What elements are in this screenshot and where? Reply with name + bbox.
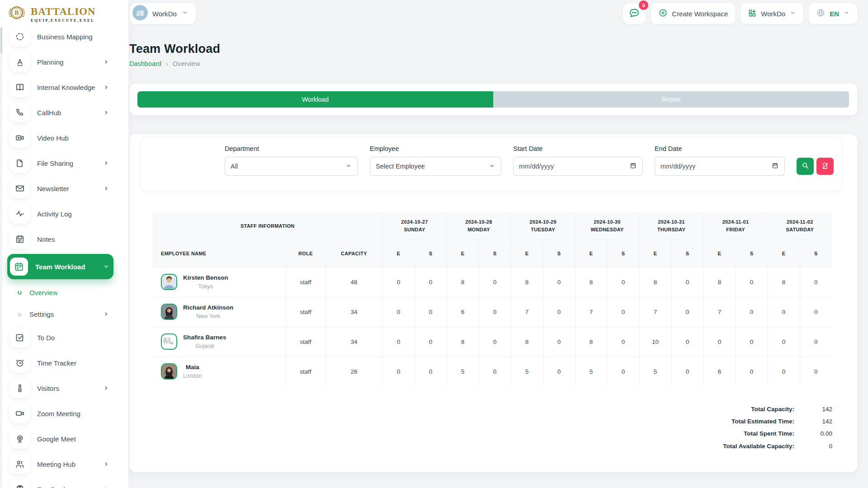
role-cell: staff	[286, 297, 326, 327]
spent-cell: 0	[736, 327, 768, 357]
breadcrumb-dashboard-link[interactable]: Dashboard	[129, 60, 161, 67]
typography-icon	[10, 52, 30, 72]
chevron-down-icon	[181, 9, 189, 18]
estimated-cell: 0	[703, 327, 736, 357]
avatar: in	[161, 333, 177, 350]
estimated-cell: 5	[639, 357, 671, 386]
spent-cell: 0	[479, 357, 511, 386]
workspace-name: WorkDo	[152, 10, 177, 18]
column-header-estimated: E	[447, 240, 479, 267]
total-value: 142	[794, 405, 832, 413]
department-select[interactable]: All	[225, 157, 358, 176]
breadcrumb: Dashboard › Overview	[129, 60, 857, 67]
employee-select[interactable]: Select Employee	[370, 157, 501, 176]
sidebar-item-overview[interactable]: Overview	[7, 282, 113, 303]
sidebar-item-notes[interactable]: Notes	[7, 226, 113, 252]
capacity-cell: 26	[326, 357, 382, 386]
total-value: 0	[794, 442, 832, 450]
brand-logo[interactable]: B BATTALION EQUIP,EXECUTE,EXEL	[0, 0, 128, 28]
total-label: Total Capacity:	[723, 405, 794, 413]
spent-cell: 0	[671, 267, 703, 297]
capacity-cell: 34	[326, 297, 382, 327]
total-label: Total Available Capacity:	[723, 442, 794, 450]
sidebar-item-activity-log[interactable]: Activity Log	[7, 201, 113, 226]
phone-icon	[10, 103, 30, 122]
sidebar-item-label: File Sharing	[37, 160, 73, 167]
create-workspace-button[interactable]: Create Workspace	[651, 3, 735, 24]
clear-filter-button[interactable]	[816, 158, 834, 175]
employee-name: Maia	[183, 364, 202, 371]
sidebar-item-settings[interactable]: Settings	[7, 303, 113, 325]
spent-cell: 0	[607, 357, 639, 386]
estimated-cell: 5	[447, 357, 479, 386]
capacity-cell: 48	[326, 267, 382, 297]
sidebar-item-time-tracker[interactable]: Time Tracker	[7, 350, 113, 375]
sidebar-item-business-mapping[interactable]: Business Mapping	[7, 25, 113, 49]
svg-text:in: in	[170, 341, 173, 345]
workspace-menu-button[interactable]: WorkDo	[741, 3, 803, 24]
spent-cell: 0	[671, 357, 703, 386]
sidebar-item-internal-knowledge[interactable]: Internal Knowledge	[7, 75, 113, 100]
total-label: Total Spent Time:	[723, 430, 794, 438]
sidebar-item-planning[interactable]: Planning	[7, 49, 113, 75]
estimated-cell: 10	[639, 327, 671, 357]
language-selector[interactable]: EN	[809, 3, 857, 24]
estimated-cell: 8	[511, 267, 543, 297]
clear-filter-icon	[821, 162, 829, 171]
employee-cell: MaiaLondon	[153, 357, 286, 386]
sidebar-item-newsletter[interactable]: Newsletter	[7, 176, 113, 201]
workload-table: STAFF INFORMATION2024-10-27SUNDAY2024-10…	[153, 212, 832, 386]
brand-emblem-icon: B	[6, 3, 27, 26]
sidebar-item-label: Newsletter	[37, 185, 69, 192]
chevron-right-icon	[103, 58, 110, 66]
sidebar-item-visitors[interactable]: Visitors	[7, 375, 113, 401]
estimated-cell: 8	[511, 327, 543, 357]
estimated-cell: 7	[639, 297, 671, 327]
sidebar-item-meeting-hub[interactable]: Meeting Hub	[7, 451, 113, 477]
search-button[interactable]	[797, 158, 814, 175]
spent-cell: 0	[800, 327, 832, 357]
staff-information-header: STAFF INFORMATION	[153, 212, 382, 240]
sidebar-item-label: Overview	[29, 289, 58, 296]
estimated-cell: 8	[768, 267, 800, 297]
sidebar-item-to-do[interactable]: To Do	[7, 325, 113, 350]
employee-name: Shafira Barnes	[183, 334, 226, 341]
tab-workload[interactable]: Workload	[137, 91, 493, 108]
spent-cell: 0	[415, 327, 447, 357]
check-square-icon	[10, 328, 30, 347]
filter-card: Department All Employee Select Employee	[141, 137, 842, 191]
tab-report[interactable]: Report	[493, 91, 849, 108]
sidebar-item-label: CallHub	[37, 109, 61, 117]
sidebar-item-team-workload[interactable]: Team Workload	[7, 254, 113, 279]
column-header-capacity: CAPACITY	[326, 240, 382, 267]
users-icon	[10, 454, 30, 474]
end-date-label: End Date	[655, 145, 785, 152]
sidebar-item-callhub[interactable]: CallHub	[7, 100, 113, 125]
column-header-role: ROLE	[286, 240, 326, 267]
total-row: Total Spent Time:0.00	[723, 430, 832, 438]
avatar	[161, 304, 177, 320]
end-date-input[interactable]: mm/dd/yyyy	[655, 157, 785, 176]
column-header-estimated: E	[511, 240, 543, 267]
spent-cell: 0	[415, 297, 447, 327]
sidebar-item-zoom-meeting[interactable]: Zoom Meeting	[7, 401, 113, 426]
spent-cell: 0	[736, 357, 768, 386]
sidebar-item-feedback[interactable]: Feedback	[7, 477, 113, 488]
sidebar-item-video-hub[interactable]: Video Hub	[7, 125, 113, 150]
estimated-cell: 8	[703, 267, 736, 297]
grid-plus-icon	[748, 9, 757, 19]
sidebar-item-file-sharing[interactable]: File Sharing	[7, 150, 113, 176]
sidebar-item-google-meet[interactable]: Google Meet	[7, 426, 113, 451]
column-header-spent: S	[671, 240, 703, 267]
person-icon	[10, 378, 30, 398]
workspace-switcher[interactable]: WorkDo	[130, 3, 196, 24]
chat-button[interactable]: 0	[623, 3, 646, 24]
start-date-input[interactable]: mm/dd/yyyy	[513, 157, 643, 176]
sidebar: B BATTALION EQUIP,EXECUTE,EXEL Business …	[0, 0, 128, 488]
role-cell: staff	[286, 327, 326, 357]
department-select-value: All	[231, 163, 238, 170]
employee-cell: Kirsten BensonTokyo	[153, 267, 286, 297]
spent-cell: 0	[479, 297, 511, 327]
column-header-spent: S	[800, 240, 832, 267]
breadcrumb-separator-icon: ›	[166, 60, 168, 67]
